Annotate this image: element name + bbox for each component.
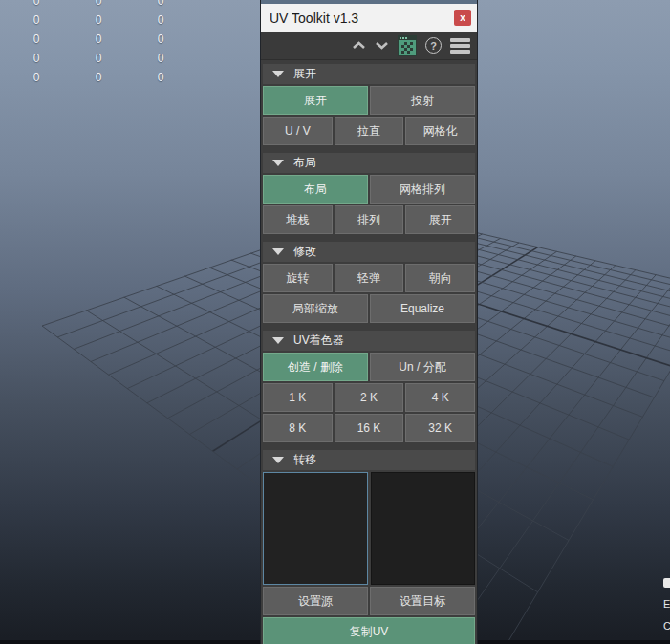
menu-icon[interactable] bbox=[450, 38, 470, 54]
hud-row: 000 bbox=[0, 0, 210, 13]
section-header-modify[interactable]: 修改 bbox=[263, 242, 475, 262]
icon-titlebar bbox=[399, 36, 416, 40]
button-label: 排列 bbox=[357, 212, 380, 228]
hud-value: 0 bbox=[92, 13, 105, 27]
local-scale-button[interactable]: 局部缩放 bbox=[263, 294, 368, 323]
res-32k-button[interactable]: 32 K bbox=[405, 414, 475, 442]
gridify-button[interactable]: 网格化 bbox=[405, 117, 475, 145]
uv-checker-window-icon[interactable] bbox=[398, 35, 417, 56]
close-icon: x bbox=[460, 12, 465, 23]
hud-value: 0 bbox=[92, 0, 105, 8]
orient-button[interactable]: 朝向 bbox=[405, 264, 475, 292]
hud-value: 0 bbox=[92, 32, 105, 46]
help-icon[interactable]: ? bbox=[425, 37, 442, 54]
panel-toolbar: ? bbox=[261, 32, 477, 60]
section-label: 转移 bbox=[293, 452, 316, 468]
collapse-triangle-icon bbox=[272, 337, 284, 344]
button-label: 展开 bbox=[304, 93, 327, 109]
button-row: U / V拉直网格化 bbox=[263, 117, 475, 145]
hud-row: 000 bbox=[0, 52, 210, 71]
project-button[interactable]: 投射 bbox=[370, 86, 475, 115]
button-row: 展开投射 bbox=[263, 86, 475, 115]
button-label: 复制UV bbox=[350, 624, 389, 640]
hud-row: 000 bbox=[0, 32, 210, 52]
unfold-button[interactable]: 展开 bbox=[263, 86, 368, 115]
button-label: 设置源 bbox=[298, 593, 333, 610]
layout-button[interactable]: 布局 bbox=[263, 175, 368, 204]
transfer-target-preview[interactable] bbox=[371, 472, 476, 585]
section-header-layout[interactable]: 布局 bbox=[263, 153, 475, 173]
button-label: 网格化 bbox=[423, 123, 458, 140]
set-target-button[interactable]: 设置目标 bbox=[370, 587, 475, 615]
edge-letter: C bbox=[660, 621, 670, 632]
window-title: UV Toolkit v1.3 bbox=[270, 11, 454, 26]
button-label: 布局 bbox=[304, 182, 327, 198]
section-label: 展开 bbox=[293, 66, 316, 82]
button-label: 设置目标 bbox=[400, 593, 445, 610]
button-row: 创造 / 删除Un / 分配 bbox=[263, 353, 475, 381]
button-label: 展开 bbox=[429, 212, 452, 228]
section-header-transfer[interactable]: 转移 bbox=[263, 450, 475, 470]
window-titlebar[interactable]: UV Toolkit v1.3 x bbox=[261, 4, 477, 32]
create-delete-button[interactable]: 创造 / 删除 bbox=[263, 353, 368, 381]
button-label: 1 K bbox=[289, 391, 306, 404]
rotate-button[interactable]: 旋转 bbox=[263, 264, 333, 292]
section-label: 布局 bbox=[293, 155, 316, 171]
button-row: 1 K2 K4 K bbox=[263, 383, 475, 412]
button-row: 旋转轻弹朝向 bbox=[263, 264, 475, 292]
button-label: 轻弹 bbox=[357, 270, 380, 287]
button-label: 网格排列 bbox=[400, 182, 445, 198]
unfold-2-button[interactable]: 展开 bbox=[405, 205, 475, 234]
button-label: 堆栈 bbox=[286, 212, 309, 228]
uv-button[interactable]: U / V bbox=[263, 117, 333, 145]
hud-value: 0 bbox=[30, 52, 43, 65]
button-row: 8 K16 K32 K bbox=[263, 414, 475, 442]
un-assign-button[interactable]: Un / 分配 bbox=[370, 353, 475, 381]
section-header-unfold[interactable]: 展开 bbox=[263, 64, 475, 84]
edge-letter: E bbox=[660, 599, 670, 610]
chevron-up-icon[interactable] bbox=[352, 41, 366, 50]
partial-glyph bbox=[663, 578, 670, 588]
button-row: 布局网格排列 bbox=[263, 175, 475, 204]
grid-arrange-button[interactable]: 网格排列 bbox=[370, 175, 475, 204]
checkerboard bbox=[401, 42, 413, 54]
button-label: Equalize bbox=[400, 302, 444, 315]
hud-value: 0 bbox=[154, 52, 167, 65]
straighten-button[interactable]: 拉直 bbox=[335, 117, 404, 145]
transfer-preview-row bbox=[263, 472, 475, 585]
hud-poly-counts: 000000000000000 bbox=[0, 0, 210, 90]
button-label: 8 K bbox=[289, 421, 306, 435]
section-label: UV着色器 bbox=[293, 333, 344, 349]
button-row: 局部缩放Equalize bbox=[263, 294, 475, 323]
button-row: 堆栈排列展开 bbox=[263, 205, 475, 234]
res-2k-button[interactable]: 2 K bbox=[335, 383, 404, 412]
copy-uv-button[interactable]: 复制UV bbox=[263, 617, 475, 644]
hud-value: 0 bbox=[30, 32, 43, 46]
hud-value: 0 bbox=[154, 13, 167, 27]
equalize-button[interactable]: Equalize bbox=[370, 294, 475, 323]
hud-value: 0 bbox=[154, 32, 167, 46]
close-button[interactable]: x bbox=[454, 10, 471, 26]
chevron-down-icon[interactable] bbox=[375, 41, 389, 50]
button-label: 旋转 bbox=[286, 270, 309, 287]
collapse-triangle-icon bbox=[272, 71, 284, 77]
set-source-button[interactable]: 设置源 bbox=[263, 587, 368, 615]
res-16k-button[interactable]: 16 K bbox=[335, 414, 404, 442]
button-label: U / V bbox=[285, 124, 311, 138]
transfer-source-preview[interactable] bbox=[263, 472, 368, 585]
hud-value: 0 bbox=[92, 71, 105, 84]
collapse-triangle-icon bbox=[272, 457, 284, 463]
section-header-uv-shader[interactable]: UV着色器 bbox=[263, 331, 475, 351]
res-8k-button[interactable]: 8 K bbox=[263, 414, 333, 442]
flick-button[interactable]: 轻弹 bbox=[335, 264, 404, 292]
arrange-button[interactable]: 排列 bbox=[335, 205, 404, 234]
res-4k-button[interactable]: 4 K bbox=[405, 383, 475, 412]
button-label: 2 K bbox=[360, 391, 378, 404]
button-label: 16 K bbox=[357, 421, 381, 435]
stack-button[interactable]: 堆栈 bbox=[263, 205, 333, 234]
button-label: 投射 bbox=[411, 93, 434, 109]
panel-sections: 展开展开投射U / V拉直网格化布局布局网格排列堆栈排列展开修改旋转轻弹朝向局部… bbox=[261, 64, 477, 644]
res-1k-button[interactable]: 1 K bbox=[263, 383, 333, 412]
button-label: 32 K bbox=[428, 421, 452, 435]
hud-row: 000 bbox=[0, 71, 210, 90]
